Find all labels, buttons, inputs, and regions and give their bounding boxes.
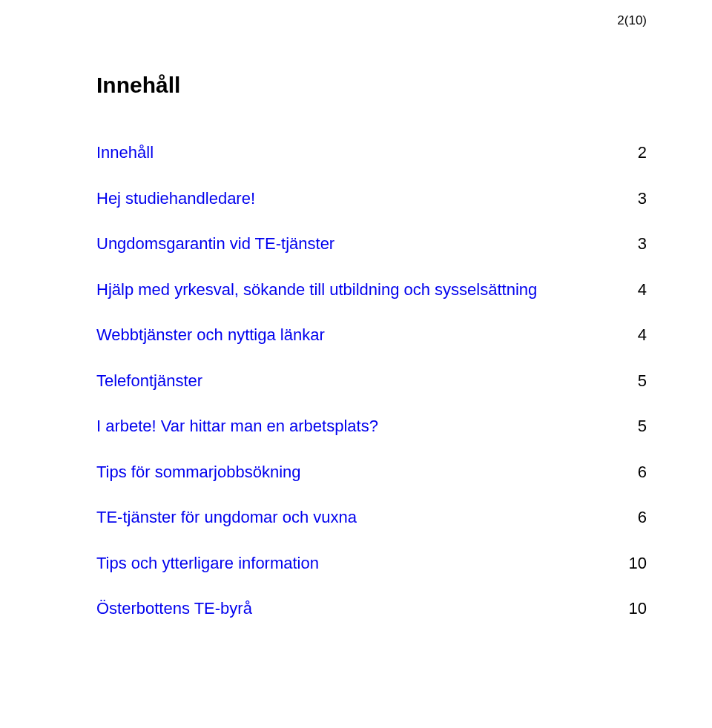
toc-row[interactable]: Österbottens TE-byrå 10 [96,598,647,619]
toc-entry-label: TE-tjänster för ungdomar och vuxna [96,507,624,528]
page-title: Innehåll [96,73,647,98]
toc-entry-page: 2 [624,142,647,163]
toc-entry-page: 4 [624,279,647,300]
page-number: 2(10) [617,13,647,28]
toc-entry-page: 6 [624,507,647,528]
toc-entry-label: Ungdomsgarantin vid TE-tjänster [96,234,624,254]
toc-entry-label: Tips för sommarjobbsökning [96,462,624,483]
toc-row[interactable]: Ungdomsgarantin vid TE-tjänster 3 [96,234,647,254]
toc-entry-label: Telefontjänster [96,371,624,391]
toc-entry-page: 10 [624,598,647,619]
toc-row[interactable]: Hej studiehandledare! 3 [96,188,647,209]
toc-row[interactable]: Tips och ytterligare information 10 [96,553,647,574]
toc-row[interactable]: Webbtjänster och nyttiga länkar 4 [96,325,647,345]
toc-entry-page: 3 [624,188,647,209]
toc-entry-page: 5 [624,416,647,437]
toc-row[interactable]: Hjälp med yrkesval, sökande till utbildn… [96,279,647,300]
toc-row[interactable]: Innehåll 2 [96,142,647,163]
toc-entry-page: 6 [624,462,647,483]
toc-entry-label: Webbtjänster och nyttiga länkar [96,325,624,345]
toc-entry-page: 3 [624,234,647,254]
toc-entry-page: 10 [624,553,647,574]
document-page: 2(10) Innehåll Innehåll 2 Hej studiehand… [0,0,712,728]
table-of-contents: Innehåll 2 Hej studiehandledare! 3 Ungdo… [96,142,647,619]
toc-row[interactable]: TE-tjänster för ungdomar och vuxna 6 [96,507,647,528]
toc-entry-page: 5 [624,371,647,391]
toc-entry-label: Hej studiehandledare! [96,188,624,209]
toc-row[interactable]: Tips för sommarjobbsökning 6 [96,462,647,483]
toc-entry-label: Österbottens TE-byrå [96,598,624,619]
toc-entry-page: 4 [624,325,647,345]
toc-entry-label: I arbete! Var hittar man en arbetsplats? [96,416,624,437]
toc-entry-label: Innehåll [96,142,624,163]
toc-entry-label: Hjälp med yrkesval, sökande till utbildn… [96,279,624,300]
toc-row[interactable]: Telefontjänster 5 [96,371,647,391]
toc-entry-label: Tips och ytterligare information [96,553,624,574]
toc-row[interactable]: I arbete! Var hittar man en arbetsplats?… [96,416,647,437]
